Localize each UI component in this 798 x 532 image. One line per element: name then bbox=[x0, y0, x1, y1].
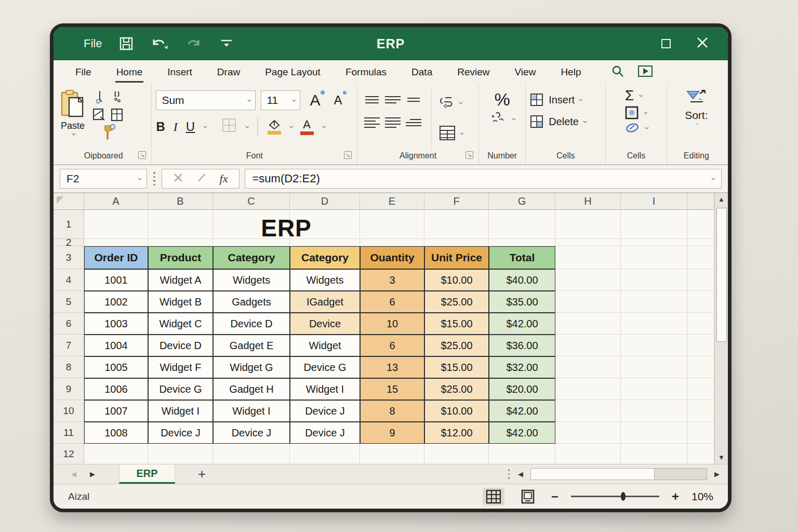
column-header-C[interactable]: C bbox=[213, 193, 290, 209]
menu-tab-review[interactable]: Review bbox=[456, 62, 490, 83]
cell-J11[interactable] bbox=[687, 422, 714, 444]
row-header-5[interactable]: 5 bbox=[54, 291, 84, 313]
column-header-D[interactable]: D bbox=[290, 193, 360, 209]
cell-I7[interactable] bbox=[621, 335, 687, 356]
cell-F2[interactable] bbox=[424, 239, 489, 246]
cell-F4[interactable]: $10.00 bbox=[424, 269, 489, 291]
cell-F9[interactable]: $25.00 bbox=[424, 378, 489, 400]
select-all-corner[interactable] bbox=[54, 193, 84, 209]
cancel-icon[interactable] bbox=[173, 172, 183, 185]
cell-A6[interactable]: 1003 bbox=[84, 313, 148, 335]
cell-F8[interactable]: $15.00 bbox=[424, 356, 489, 378]
underline-dropdown[interactable] bbox=[203, 124, 207, 128]
column-header-F[interactable]: F bbox=[424, 193, 489, 209]
cell-C11[interactable]: Device J bbox=[213, 422, 290, 444]
cell-J1[interactable] bbox=[687, 210, 714, 239]
cell-E7[interactable]: 6 bbox=[360, 335, 424, 356]
cell-B6[interactable]: Widget C bbox=[148, 313, 213, 335]
merge-center-dropdown[interactable] bbox=[460, 131, 463, 135]
search-icon[interactable] bbox=[611, 64, 624, 80]
zoom-out-button[interactable]: − bbox=[551, 490, 558, 503]
cell-E12[interactable] bbox=[360, 444, 424, 464]
font-name-select[interactable]: Sum bbox=[156, 90, 256, 110]
borders-icon[interactable] bbox=[221, 117, 237, 136]
sheet-next-icon[interactable]: ▶ bbox=[90, 470, 95, 478]
column-header-I[interactable]: I bbox=[621, 193, 687, 209]
cell-J6[interactable] bbox=[687, 313, 714, 335]
cell-G3[interactable]: Total bbox=[489, 246, 555, 269]
sort-label[interactable]: Sort: bbox=[685, 109, 708, 122]
cell-H10[interactable] bbox=[555, 400, 621, 422]
cell-F10[interactable]: $10.00 bbox=[424, 400, 489, 422]
cell-H2[interactable] bbox=[555, 239, 621, 246]
cell-I4[interactable] bbox=[621, 269, 687, 291]
zoom-slider-knob[interactable] bbox=[621, 492, 626, 501]
cell-J8[interactable] bbox=[687, 356, 714, 378]
format-painter-small-icon[interactable] bbox=[112, 90, 123, 107]
cell-E2[interactable] bbox=[360, 239, 424, 246]
cell-E5[interactable]: 6 bbox=[360, 291, 424, 313]
cell-H5[interactable] bbox=[555, 291, 621, 313]
cell-B4[interactable]: Widget A bbox=[148, 269, 213, 291]
row-header-9[interactable]: 9 bbox=[54, 378, 84, 400]
sheet-prev-icon[interactable]: ◀ bbox=[71, 470, 76, 478]
wrap-text-icon[interactable] bbox=[439, 96, 455, 111]
horizontal-scroll-thumb[interactable] bbox=[531, 469, 655, 480]
sheet-tab-erp[interactable]: ERP bbox=[119, 464, 175, 484]
name-box[interactable]: F2 bbox=[60, 169, 147, 189]
menu-tab-view[interactable]: View bbox=[514, 62, 537, 83]
cell-A8[interactable]: 1005 bbox=[84, 356, 148, 378]
maximize-button[interactable] bbox=[661, 39, 671, 48]
cell-B12[interactable] bbox=[148, 444, 213, 464]
cell-G1[interactable] bbox=[489, 210, 555, 239]
cell-G7[interactable]: $36.00 bbox=[489, 335, 555, 356]
cell-I10[interactable] bbox=[621, 400, 687, 422]
cell-H4[interactable] bbox=[555, 269, 621, 291]
cut-icon[interactable] bbox=[94, 90, 106, 107]
cell-E1[interactable] bbox=[360, 210, 424, 239]
percent-style-button[interactable]: % bbox=[495, 90, 510, 108]
cell-G8[interactable]: $32.00 bbox=[489, 356, 555, 378]
formula-expand-dropdown[interactable] bbox=[711, 176, 715, 180]
align-top-icon[interactable] bbox=[365, 96, 379, 104]
align-right-icon[interactable] bbox=[406, 119, 421, 127]
paste-special-icon[interactable] bbox=[110, 108, 125, 124]
cell-I11[interactable] bbox=[621, 422, 687, 444]
borders-dropdown[interactable] bbox=[245, 124, 249, 128]
cell-J4[interactable] bbox=[687, 269, 714, 291]
align-middle-icon[interactable] bbox=[385, 96, 401, 104]
cell-E9[interactable]: 15 bbox=[360, 378, 424, 400]
cell-J3[interactable] bbox=[687, 246, 714, 269]
cell-H9[interactable] bbox=[555, 378, 621, 400]
cell-F7[interactable]: $25.00 bbox=[424, 335, 489, 356]
cell-J7[interactable] bbox=[687, 335, 714, 356]
cell-I2[interactable] bbox=[621, 239, 687, 246]
cell-A9[interactable]: 1006 bbox=[84, 378, 148, 400]
merge-center-icon[interactable] bbox=[439, 125, 456, 143]
delete-cells-button[interactable]: Delete bbox=[530, 111, 601, 132]
cell-D4[interactable]: Widgets bbox=[290, 269, 360, 291]
cell-J2[interactable] bbox=[687, 239, 714, 246]
cell-H3[interactable] bbox=[555, 246, 621, 269]
column-header-B[interactable]: B bbox=[148, 193, 213, 209]
scroll-up-icon[interactable]: ▲ bbox=[718, 193, 725, 206]
row-header-6[interactable]: 6 bbox=[54, 313, 84, 335]
cell-D5[interactable]: IGadget bbox=[290, 291, 360, 313]
row-header-12[interactable]: 12 bbox=[54, 444, 84, 464]
align-left-icon[interactable] bbox=[364, 117, 380, 128]
menu-tab-insert[interactable]: Insert bbox=[166, 62, 193, 83]
cell-C2[interactable] bbox=[213, 239, 290, 246]
font-color-button[interactable]: A bbox=[300, 119, 314, 135]
cell-G11[interactable]: $42.00 bbox=[489, 422, 555, 444]
cell-J9[interactable] bbox=[687, 378, 714, 400]
menu-tab-home[interactable]: Home bbox=[115, 62, 144, 83]
cell-E10[interactable]: 8 bbox=[360, 400, 424, 422]
cell-D7[interactable]: Widget bbox=[290, 335, 360, 356]
cell-I5[interactable] bbox=[621, 291, 687, 313]
cell-B3[interactable]: Product bbox=[148, 246, 213, 269]
bold-button[interactable]: B bbox=[156, 119, 165, 134]
clipboard-dialog-launcher[interactable]: ↘ bbox=[138, 151, 146, 159]
cell-B9[interactable]: Device G bbox=[148, 378, 213, 400]
cell-I8[interactable] bbox=[621, 356, 687, 378]
paste-button[interactable]: Paste bbox=[60, 89, 86, 150]
